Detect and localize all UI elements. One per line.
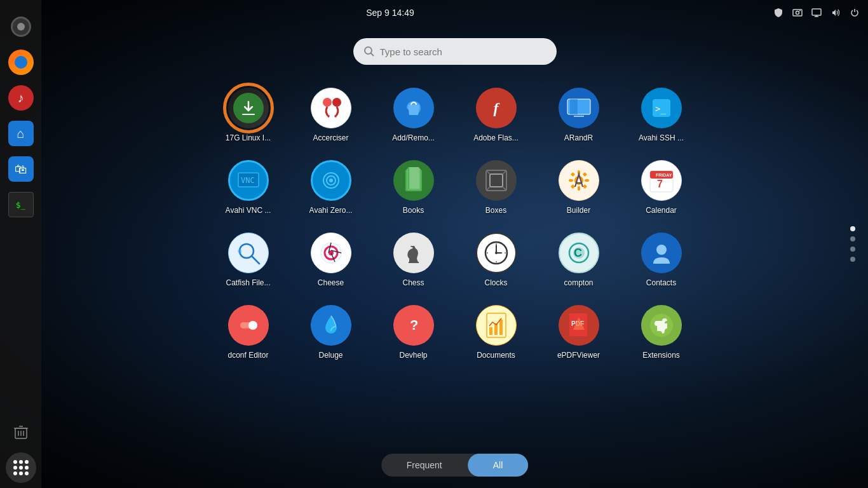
app-item-avahi-zero[interactable]: Avahi Zero... [290,150,372,222]
svg-point-56 [410,247,412,249]
app-label: Deluge [318,351,342,360]
app-item-deluge[interactable]: Deluge [290,295,372,367]
app-label: Accerciser [313,133,348,142]
app-grid: 17G Linux I... Accerciser [194,78,715,367]
app-label: Add/Remo... [392,133,435,142]
app-item-catfish[interactable]: Catfish File... [207,222,290,295]
shield-tray-icon[interactable] [773,7,784,18]
app-label: Calendar [646,206,677,215]
tab-all[interactable]: All [468,454,529,477]
app-item-accerciser[interactable]: Accerciser [290,78,372,150]
app-label: Cheese [318,278,344,287]
app-item-books[interactable]: Books [372,150,455,222]
app-item-boxes[interactable]: Boxes [455,150,538,222]
app-label: Documents [477,351,515,360]
topbar-right [773,7,860,18]
app-item-devhelp[interactable]: ? Devhelp [372,295,455,367]
app-item-compton[interactable]: C compton [538,222,620,295]
sidebar-item-allapps[interactable] [6,452,36,483]
svg-text:C: C [574,247,582,259]
sidebar-item-firefox[interactable] [6,47,36,78]
volume-tray-icon[interactable] [830,7,841,18]
sidebar-item-terminal[interactable]: $_ [6,189,36,220]
bottom-tabs: Frequent All [381,454,529,477]
app-label: Avahi Zero... [309,206,353,215]
app-item-contacts[interactable]: Contacts [620,222,703,295]
app-item-epdf[interactable]: PDF ePDFViewer [538,295,620,367]
app-item-adobeflash[interactable]: f Adobe Flas... [455,78,538,150]
app-label: Books [403,206,424,215]
app-label: Chess [402,278,424,287]
svg-text:FRIDAY: FRIDAY [656,173,672,177]
svg-text:?: ? [410,317,418,333]
photo-tray-icon[interactable] [792,7,803,18]
sidebar-item-trash[interactable] [6,417,36,447]
svg-rect-3 [812,9,821,15]
svg-rect-30 [408,167,409,189]
svg-rect-29 [408,167,419,189]
app-label: Contacts [646,278,676,287]
app-label: ePDFViewer [557,351,600,360]
svg-point-26 [329,179,333,182]
app-item-extensions[interactable]: Extensions [620,295,703,367]
app-item-arandr[interactable]: ARandR [538,78,620,150]
search-icon [363,46,375,57]
svg-rect-44 [582,172,587,177]
app-item-calendar[interactable]: FRIDAY 7 Calendar [620,150,703,222]
svg-rect-46 [582,184,587,189]
app-label: Clocks [484,278,507,287]
svg-rect-45 [570,184,574,189]
sidebar-item-appstore[interactable]: 🛍 [6,154,36,184]
svg-point-16 [323,98,332,107]
svg-point-60 [495,252,498,254]
app-item-clocks[interactable]: Clocks [455,222,538,295]
svg-point-1 [796,11,799,15]
svg-rect-32 [490,174,503,187]
svg-rect-2 [799,10,801,11]
svg-rect-75 [494,323,498,335]
datetime-label: Sep 9 14:49 [366,8,414,18]
app-item-17g-linux[interactable]: 17G Linux I... [207,78,290,150]
app-item-addremove[interactable]: Add/Remo... [372,78,455,150]
svg-rect-76 [499,320,503,335]
svg-rect-41 [569,179,573,182]
app-label: Avahi SSH ... [639,133,684,142]
app-item-avahi-vnc[interactable]: VNC Avahi VNC ... [207,150,290,222]
svg-text:7: 7 [657,179,663,189]
app-item-builder[interactable]: Builder [538,150,620,222]
svg-rect-19 [570,99,578,114]
sidebar-item-music[interactable]: ♪ [6,83,36,113]
app-item-dconf[interactable]: dconf Editor [207,295,290,367]
search-container [353,38,557,65]
main-content: 17G Linux I... Accerciser [41,0,868,488]
topbar-datetime: Sep 9 14:49 [366,8,414,18]
app-label: ARandR [564,133,593,142]
app-label: Avahi VNC ... [226,206,271,215]
app-item-documents[interactable]: Documents [455,295,538,367]
svg-rect-42 [585,179,589,182]
app-label: Catfish File... [226,278,270,287]
svg-rect-43 [570,172,574,177]
app-label: dconf Editor [227,351,268,360]
search-input[interactable] [380,46,546,57]
app-label: compton [564,278,593,287]
app-item-avahi-ssh[interactable]: >_ Avahi SSH ... [620,78,703,150]
app-label: Builder [567,206,590,215]
app-item-chess[interactable]: Chess [372,222,455,295]
app-label: Boxes [485,206,506,215]
svg-text:>_: >_ [655,104,666,114]
display-tray-icon[interactable] [811,7,822,18]
svg-line-13 [370,53,374,57]
sidebar: ♪ ⌂ 🛍 $_ [0,0,41,488]
search-bar [353,38,557,65]
svg-rect-18 [574,116,584,117]
svg-rect-74 [489,327,492,335]
app-item-cheese[interactable]: Cheese [290,222,372,295]
svg-point-12 [365,47,372,54]
sidebar-item-files[interactable]: ⌂ [6,118,36,149]
power-tray-icon[interactable] [849,7,860,18]
tab-frequent[interactable]: Frequent [381,454,468,477]
svg-text:VNC: VNC [241,176,255,185]
app-label: 17G Linux I... [226,133,271,142]
svg-point-70 [248,321,257,330]
